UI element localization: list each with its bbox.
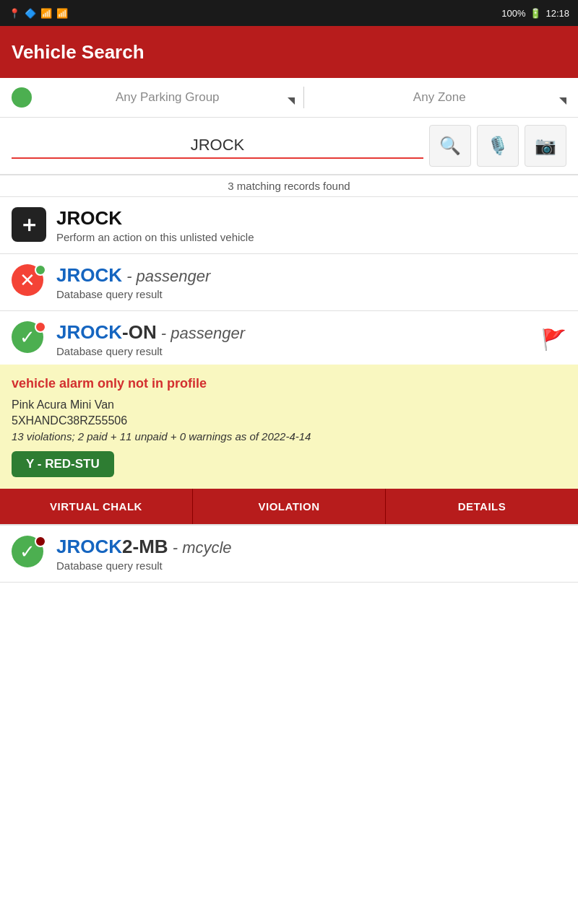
alarm-tag: Y - RED-STU (12, 451, 114, 477)
plate-bold: JROCK (56, 321, 122, 343)
search-row: 🔍 🎙️ 📷 (0, 118, 578, 175)
location-icon: 📍 (9, 8, 20, 19)
alarm-title: vehicle alarm only not in profile (12, 376, 566, 391)
zone-dropdown[interactable]: Any Zone (313, 90, 567, 105)
zone-label: Any Zone (413, 90, 466, 105)
jrock-on-icon-wrapper: ✓ (12, 321, 46, 356)
app-bar: Vehicle Search (0, 26, 578, 78)
details-button[interactable]: DETAILS (386, 489, 578, 524)
flag-icon: 🚩 (541, 328, 566, 352)
search-input[interactable] (12, 133, 423, 159)
jrock-passenger-content: JROCK - passenger Database query result (56, 264, 566, 300)
jrock2mb-db-label: Database query result (56, 559, 566, 572)
list-item-jrock2mb-mcycle[interactable]: ✓ JROCK2-MB - mcycle Database query resu… (0, 526, 578, 583)
status-bar: 📍 🔷 📶 📶 100% 🔋 12:18 (0, 0, 578, 26)
jrock-on-db-label: Database query result (56, 345, 531, 357)
jrock2mb-plate: JROCK2-MB - mcycle (56, 536, 566, 558)
wifi-icon: 📶 (40, 8, 52, 19)
zone-arrow-icon (559, 97, 566, 105)
add-new-content: JROCK Perform an action on this unlisted… (56, 207, 566, 243)
jrock2mb-content: JROCK2-MB - mcycle Database query result (56, 536, 566, 572)
jrock-passenger-db-label: Database query result (56, 288, 566, 300)
jrock-passenger-icon-wrapper: ✕ (12, 264, 46, 299)
microphone-button[interactable]: 🎙️ (477, 125, 519, 167)
list-item-jrock-on-passenger[interactable]: ✓ JROCK-ON - passenger Database query re… (0, 311, 578, 526)
jrock-on-content: JROCK-ON - passenger Database query resu… (56, 321, 531, 357)
search-input-wrapper (12, 133, 423, 159)
time-text: 12:18 (545, 8, 569, 19)
alarm-actions: VIRTUAL CHALK VIOLATION DETAILS (0, 489, 578, 524)
plate-highlight: JROCK (56, 264, 122, 286)
parking-group-label: Any Parking Group (116, 90, 220, 105)
filter-row: Any Parking Group Any Zone (0, 78, 578, 118)
search-button[interactable]: 🔍 (429, 125, 471, 167)
plate-bold-2: JROCK (56, 536, 122, 557)
battery-text: 100% (501, 8, 525, 19)
results-count-label: 3 matching records found (0, 175, 578, 197)
alarm-violations: 13 violations; 2 paid + 11 unpaid + 0 wa… (12, 430, 566, 443)
signal-icon: 📶 (56, 8, 68, 19)
parking-group-arrow-icon (288, 97, 295, 105)
add-icon: ＋ (12, 207, 46, 242)
jrock-on-plate: JROCK-ON - passenger (56, 321, 531, 344)
page-title: Vehicle Search (12, 41, 144, 64)
green-badge-icon (35, 264, 46, 276)
status-dot (12, 87, 32, 108)
red-badge-icon (35, 321, 46, 333)
alarm-panel: vehicle alarm only not in profile Pink A… (0, 365, 578, 525)
bluetooth-icon: 🔷 (25, 8, 36, 19)
parking-group-dropdown[interactable]: Any Parking Group (40, 90, 295, 105)
status-left-icons: 📍 🔷 📶 📶 (9, 8, 68, 19)
add-new-desc: Perform an action on this unlisted vehic… (56, 231, 566, 243)
virtual-chalk-button[interactable]: VIRTUAL CHALK (0, 489, 193, 524)
jrock-on-passenger-header: ✓ JROCK-ON - passenger Database query re… (0, 311, 578, 365)
list-item-jrock-passenger[interactable]: ✕ JROCK - passenger Database query resul… (0, 254, 578, 311)
violation-button[interactable]: VIOLATION (193, 489, 386, 524)
alarm-vin: 5XHANDC38RZ55506 (12, 414, 566, 427)
filter-divider (303, 87, 304, 108)
status-right-info: 100% 🔋 12:18 (501, 8, 569, 19)
camera-button[interactable]: 📷 (525, 125, 566, 167)
jrock2mb-icon-wrapper: ✓ (12, 536, 46, 570)
battery-icon: 🔋 (530, 8, 541, 19)
list-item-add-new[interactable]: ＋ JROCK Perform an action on this unlist… (0, 197, 578, 254)
darkred-badge-icon (35, 536, 46, 547)
jrock-passenger-plate: JROCK - passenger (56, 264, 566, 287)
alarm-car-desc: Pink Acura Mini Van (12, 398, 566, 411)
add-new-plate: JROCK (56, 207, 566, 230)
